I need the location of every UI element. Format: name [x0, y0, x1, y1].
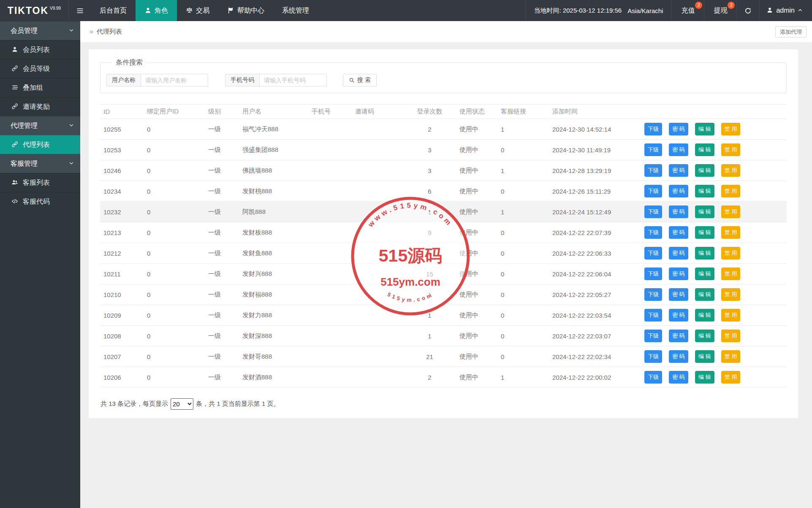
sub-agents-button[interactable]: 下级: [644, 143, 662, 156]
disable-button[interactable]: 禁 用: [721, 350, 741, 363]
sub-agents-button[interactable]: 下级: [644, 205, 662, 218]
sub-agents-button[interactable]: 下级: [644, 123, 662, 135]
edit-button[interactable]: 编 辑: [695, 143, 714, 156]
cell-username: 发财哥888: [239, 346, 308, 367]
nav-item[interactable]: 帮助中心: [218, 0, 273, 21]
disable-button[interactable]: 禁 用: [721, 268, 741, 280]
password-button[interactable]: 密 码: [669, 205, 688, 218]
edit-button[interactable]: 编 辑: [695, 185, 714, 197]
disable-button[interactable]: 禁 用: [721, 205, 741, 218]
username-input[interactable]: [141, 74, 208, 86]
password-button[interactable]: 密 码: [669, 143, 688, 156]
cell-username: 福气冲天888: [239, 119, 308, 140]
add-agent-button[interactable]: 添加代理: [775, 26, 807, 38]
sub-agents-button[interactable]: 下级: [644, 288, 662, 301]
sidebar-group-header[interactable]: 代理管理: [0, 116, 80, 135]
sidebar-item[interactable]: 邀请奖励: [0, 97, 80, 116]
menu-toggle-icon[interactable]: [69, 0, 91, 21]
sidebar-item[interactable]: 会员列表: [0, 40, 80, 59]
sidebar-group-header[interactable]: 会员管理: [0, 21, 80, 40]
cell-actions: 下级 密 码 编 辑 禁 用: [641, 305, 787, 326]
disable-button[interactable]: 禁 用: [721, 330, 741, 342]
table-row: 10208 0 一级 发财深888 1 使用中 0 2024-12-22 22:…: [100, 326, 787, 346]
link-icon: [11, 65, 18, 73]
edit-button[interactable]: 编 辑: [695, 226, 714, 239]
nav-item[interactable]: 后台首页: [91, 0, 136, 21]
sub-agents-button[interactable]: 下级: [644, 185, 662, 197]
breadcrumb: » 代理列表 添加代理: [80, 21, 812, 42]
recharge-button[interactable]: 充值 2: [671, 0, 704, 21]
column-header: 手机号: [308, 105, 352, 119]
cell-login-count: 15: [403, 264, 456, 284]
disable-button[interactable]: 禁 用: [721, 123, 741, 135]
table-row: 10206 0 一级 发财酒888 2 使用中 1 2024-12-22 22:…: [100, 367, 787, 388]
password-button[interactable]: 密 码: [669, 164, 688, 177]
disable-button[interactable]: 禁 用: [721, 371, 741, 384]
search-button[interactable]: 搜 索: [343, 74, 377, 86]
pagination: 共 13 条记录，每页显示 20 条，共 1 页当前显示第 1 页。: [100, 398, 787, 410]
disable-button[interactable]: 禁 用: [721, 143, 741, 156]
sub-agents-button[interactable]: 下级: [644, 330, 662, 342]
sidebar-item[interactable]: 会员等级: [0, 59, 80, 78]
password-button[interactable]: 密 码: [669, 185, 688, 197]
phone-input[interactable]: [259, 74, 327, 86]
edit-button[interactable]: 编 辑: [695, 268, 714, 280]
cell-phone: [308, 264, 352, 284]
sub-agents-button[interactable]: 下级: [644, 350, 662, 363]
edit-button[interactable]: 编 辑: [695, 164, 714, 177]
password-button[interactable]: 密 码: [669, 309, 688, 322]
password-button[interactable]: 密 码: [669, 371, 688, 384]
password-button[interactable]: 密 码: [669, 350, 688, 363]
edit-button[interactable]: 编 辑: [695, 288, 714, 301]
cell-cs-link: 0: [497, 222, 549, 243]
sidebar-item[interactable]: 叠加组: [0, 78, 80, 97]
edit-button[interactable]: 编 辑: [695, 309, 714, 322]
cell-invite-code: [352, 160, 403, 181]
cell-actions: 下级 密 码 编 辑 禁 用: [641, 222, 787, 243]
refresh-icon[interactable]: [736, 0, 759, 21]
edit-button[interactable]: 编 辑: [695, 330, 714, 342]
sidebar-item[interactable]: 代理列表: [0, 135, 80, 154]
nav-item[interactable]: 系统管理: [273, 0, 318, 21]
cell-invite-code: [352, 305, 403, 326]
sub-agents-button[interactable]: 下级: [644, 247, 662, 259]
nav-item[interactable]: 交易: [177, 0, 218, 21]
disable-button[interactable]: 禁 用: [721, 309, 741, 322]
disable-button[interactable]: 禁 用: [721, 164, 741, 177]
edit-button[interactable]: 编 辑: [695, 123, 714, 135]
column-header: 使用状态: [456, 105, 497, 119]
disable-button[interactable]: 禁 用: [721, 247, 741, 259]
page-size-select[interactable]: 20: [171, 398, 193, 410]
cell-level: 一级: [205, 284, 239, 305]
edit-button[interactable]: 编 辑: [695, 205, 714, 218]
disable-button[interactable]: 禁 用: [721, 226, 741, 239]
password-button[interactable]: 密 码: [669, 288, 688, 301]
disable-button[interactable]: 禁 用: [721, 185, 741, 197]
user-menu[interactable]: admin: [759, 0, 812, 21]
sub-agents-button[interactable]: 下级: [644, 268, 662, 280]
cell-id: 10210: [100, 284, 144, 305]
sidebar-group-header[interactable]: 客服管理: [0, 154, 80, 173]
cell-phone: [308, 346, 352, 367]
cell-added-time: 2024-12-30 14:52:14: [549, 119, 641, 140]
password-button[interactable]: 密 码: [669, 226, 688, 239]
withdraw-button[interactable]: 提现 2: [704, 0, 736, 21]
edit-button[interactable]: 编 辑: [695, 350, 714, 363]
nav-item[interactable]: 角色: [136, 0, 177, 21]
cell-level: 一级: [205, 202, 239, 222]
sub-agents-button[interactable]: 下级: [644, 309, 662, 322]
password-button[interactable]: 密 码: [669, 123, 688, 135]
password-button[interactable]: 密 码: [669, 268, 688, 280]
password-button[interactable]: 密 码: [669, 330, 688, 342]
sidebar-item[interactable]: 客服代码: [0, 192, 80, 211]
cell-cs-link: 1: [497, 119, 549, 140]
edit-button[interactable]: 编 辑: [695, 371, 714, 384]
password-button[interactable]: 密 码: [669, 247, 688, 259]
disable-button[interactable]: 禁 用: [721, 288, 741, 301]
edit-button[interactable]: 编 辑: [695, 247, 714, 259]
sidebar-item[interactable]: 客服列表: [0, 173, 80, 192]
sub-agents-button[interactable]: 下级: [644, 164, 662, 177]
sub-agents-button[interactable]: 下级: [644, 226, 662, 239]
sub-agents-button[interactable]: 下级: [644, 371, 662, 384]
chevron-up-icon: [798, 8, 803, 14]
